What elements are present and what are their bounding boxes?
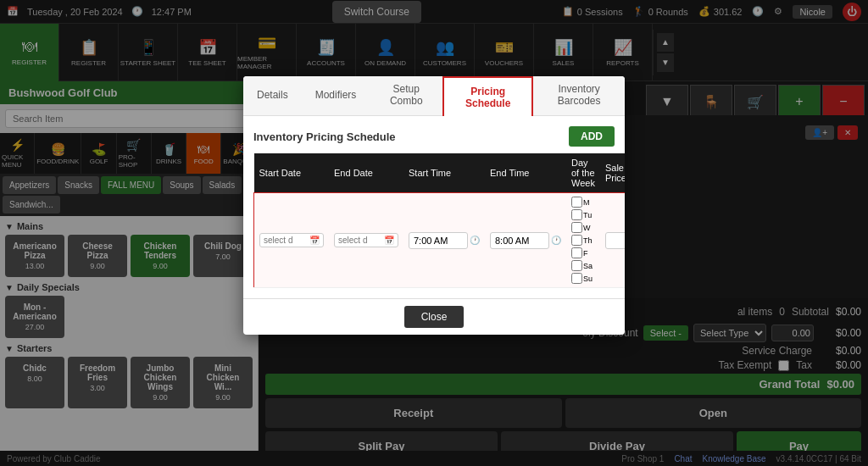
edit-start-time: 🕐 [403,193,485,288]
col-start-date: Start Date [254,153,330,193]
day-w: W [571,222,591,233]
pricing-table: Start Date End Date Start Time End Time … [253,153,625,288]
day-su: Su [571,273,593,284]
modal-overlay: Details Modifiers Setup Combo Pricing Sc… [0,0,868,466]
edit-end-time: 🕐 [485,193,566,288]
modal-body: Inventory Pricing Schedule ADD Start Dat… [243,116,625,298]
table-header-row: Start Date End Date Start Time End Time … [254,153,626,193]
sale-price-input[interactable] [605,232,625,249]
edit-days: M Tu W Th F Sa Su [566,193,600,288]
start-date-input[interactable] [264,236,308,245]
checkbox-tu[interactable] [571,209,582,220]
modal-title-text: Inventory Pricing Schedule [253,130,396,143]
checkbox-th[interactable] [571,235,582,246]
checkbox-su[interactable] [571,273,582,284]
end-date-wrapper: 📅 [334,233,398,247]
start-time-wrapper: 🕐 [409,232,480,249]
checkbox-m[interactable] [571,197,582,208]
modal-footer: Close [243,298,625,335]
start-time-icon: 🕐 [470,236,480,245]
col-end-time: End Time [485,153,566,193]
checkbox-f[interactable] [571,247,582,258]
day-tu: Tu [571,209,592,220]
tab-modifiers[interactable]: Modifiers [302,76,370,115]
modal-section-title: Inventory Pricing Schedule ADD [253,126,615,147]
day-f: F [571,247,588,258]
checkbox-w[interactable] [571,222,582,233]
end-time-wrapper: 🕐 [490,232,561,249]
end-date-calendar-icon[interactable]: 📅 [384,236,394,245]
tab-details[interactable]: Details [243,76,302,115]
col-sale-price: Sale Price ($) [600,153,625,193]
end-date-input[interactable] [338,236,382,245]
col-end-date: End Date [329,153,403,193]
tab-pricing-schedule[interactable]: Pricing Schedule [442,76,533,116]
add-pricing-button[interactable]: ADD [569,126,615,147]
table-edit-row: 📅 📅 [254,193,626,288]
modal-tabs: Details Modifiers Setup Combo Pricing Sc… [243,76,625,116]
col-start-time: Start Time [403,153,485,193]
edit-start-date: 📅 [254,193,330,288]
close-modal-button[interactable]: Close [404,306,465,328]
start-time-input[interactable] [409,232,468,249]
checkbox-sa[interactable] [571,260,582,271]
day-m: M [571,197,590,208]
end-time-input[interactable] [490,232,549,249]
day-th: Th [571,235,593,246]
day-checkboxes: M Tu W Th F Sa Su [571,197,595,284]
col-day-of-week: Day of the Week [566,153,600,193]
pricing-modal: Details Modifiers Setup Combo Pricing Sc… [243,76,625,335]
start-date-wrapper: 📅 [259,233,324,247]
start-date-calendar-icon[interactable]: 📅 [309,236,320,245]
end-time-icon: 🕐 [551,236,561,245]
edit-end-date: 📅 [329,193,403,288]
edit-sale-price [600,193,625,288]
tab-setup-combo[interactable]: Setup Combo [370,76,442,115]
tab-inventory-barcodes[interactable]: Inventory Barcodes [533,76,625,115]
day-sa: Sa [571,260,593,271]
